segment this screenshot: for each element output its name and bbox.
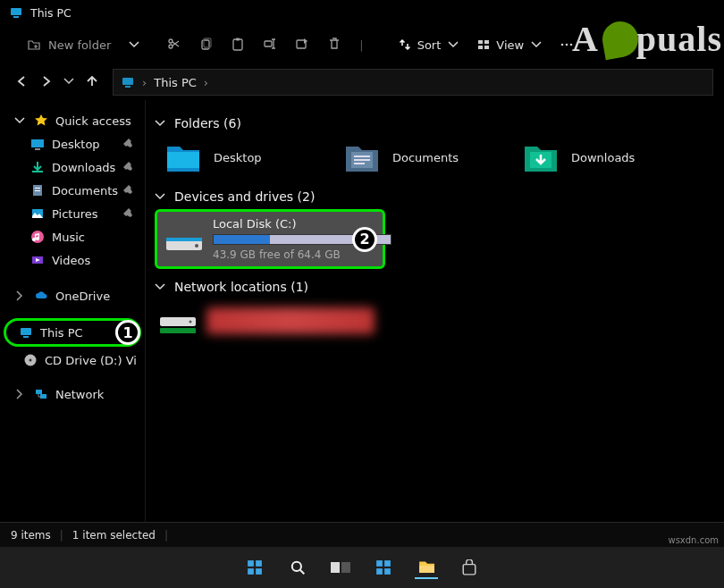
- start-button[interactable]: [243, 556, 266, 579]
- sidebar-label: This PC: [40, 326, 83, 340]
- sidebar-item-documents[interactable]: Documents: [0, 179, 145, 202]
- taskbar-taskview[interactable]: [329, 556, 352, 579]
- sidebar-item-music[interactable]: Music: [0, 225, 145, 248]
- sidebar-label: Quick access: [55, 114, 131, 128]
- watermark-letter: A: [572, 18, 599, 60]
- status-items: 9 items: [11, 529, 51, 542]
- sidebar-cd-drive[interactable]: CD Drive (D:) Virtual: [0, 349, 145, 372]
- sidebar-item-label: Documents: [52, 184, 118, 197]
- pin-icon: [122, 160, 136, 174]
- chevron-down-icon: [446, 38, 460, 52]
- taskbar-search[interactable]: [286, 556, 309, 579]
- sidebar-item-desktop[interactable]: Desktop: [0, 132, 145, 155]
- svg-rect-52: [384, 568, 391, 575]
- chevron-down-icon: [127, 38, 141, 52]
- sidebar-label: OneDrive: [55, 290, 110, 303]
- cloud-icon: [34, 289, 48, 303]
- watermark-brand: A puals: [572, 18, 722, 60]
- music-icon: [30, 230, 45, 244]
- sidebar: Quick access Desktop Downloads Documents…: [0, 100, 146, 522]
- drive-tile-local-c[interactable]: Local Disk (C:) 43.9 GB free of 64.4 GB …: [155, 209, 385, 269]
- address-bar[interactable]: › This PC ›: [113, 69, 713, 96]
- rename-icon[interactable]: [263, 37, 279, 53]
- sidebar-item-label: Videos: [52, 254, 90, 267]
- chevron-down-icon: [13, 113, 27, 128]
- chevron-down-icon: [62, 74, 76, 88]
- this-pc-icon: [9, 5, 23, 20]
- chevron-right-icon: [13, 387, 27, 401]
- chevron-down-icon: [153, 189, 167, 204]
- svg-rect-47: [331, 562, 340, 573]
- view-icon: [476, 38, 491, 52]
- annotation-badge-2: 2: [352, 227, 377, 252]
- svg-rect-46: [40, 394, 46, 399]
- pictures-icon: [30, 206, 45, 221]
- cut-icon[interactable]: [166, 37, 182, 53]
- folder-name: Downloads: [571, 151, 635, 164]
- taskbar-widgets[interactable]: [372, 556, 395, 579]
- sidebar-label: CD Drive (D:) Virtual: [45, 354, 138, 367]
- new-folder-icon: [27, 38, 41, 52]
- explorer-icon: [418, 558, 434, 574]
- chevron-down-icon: [153, 116, 167, 130]
- taskbar-store[interactable]: [458, 556, 481, 579]
- svg-rect-36: [35, 148, 40, 150]
- svg-rect-49: [376, 560, 383, 567]
- view-button[interactable]: View: [476, 38, 543, 52]
- sidebar-this-pc[interactable]: This PC 1: [4, 318, 141, 347]
- document-icon: [30, 183, 45, 197]
- sidebar-onedrive[interactable]: OneDrive: [0, 284, 145, 307]
- history-button[interactable]: [57, 74, 80, 91]
- toolbar-separator: |: [359, 38, 363, 52]
- videos-icon: [30, 253, 45, 267]
- content-pane: Folders (6) Desktop Documents Downloads …: [146, 100, 724, 522]
- delete-icon[interactable]: [327, 37, 343, 53]
- section-devices-header[interactable]: Devices and drives (2): [151, 186, 720, 207]
- chevron-down-icon: [529, 38, 543, 52]
- folder-icon: [523, 139, 559, 175]
- watermark-logo-icon: [600, 18, 641, 59]
- new-folder-button[interactable]: New folder: [18, 34, 150, 55]
- disc-icon: [23, 353, 38, 367]
- paste-icon[interactable]: [231, 37, 247, 53]
- share-icon[interactable]: [295, 37, 311, 53]
- sort-icon: [398, 38, 412, 52]
- status-divider: |: [164, 529, 168, 542]
- section-folders-header[interactable]: Folders (6): [151, 113, 720, 134]
- taskbar: [0, 547, 724, 588]
- network-drive-icon: [160, 303, 196, 339]
- sidebar-item-pictures[interactable]: Pictures: [0, 202, 145, 225]
- svg-rect-35: [31, 139, 44, 147]
- sort-button[interactable]: Sort: [398, 38, 461, 52]
- copy-icon[interactable]: [198, 37, 215, 53]
- watermark-letters: puals: [636, 18, 722, 60]
- pin-icon: [122, 183, 136, 197]
- sidebar-item-label: Pictures: [52, 207, 97, 221]
- folder-tile-documents[interactable]: Documents: [335, 138, 487, 177]
- chevron-right-icon: ›: [204, 76, 208, 89]
- sidebar-network[interactable]: Network: [0, 382, 145, 406]
- network-icon: [34, 387, 48, 401]
- forward-button[interactable]: [34, 74, 57, 91]
- breadcrumb[interactable]: This PC: [154, 76, 197, 89]
- sidebar-item-videos[interactable]: Videos: [0, 248, 145, 272]
- svg-rect-48: [341, 562, 350, 573]
- window-title: This PC: [30, 6, 72, 20]
- svg-rect-51: [376, 568, 383, 575]
- chevron-right-icon: ›: [142, 76, 147, 89]
- taskbar-file-explorer[interactable]: [415, 556, 438, 579]
- folder-tile-downloads[interactable]: Downloads: [514, 138, 666, 177]
- sidebar-item-label: Music: [52, 231, 85, 244]
- sidebar-item-label: Desktop: [52, 138, 100, 151]
- up-button[interactable]: [80, 74, 104, 91]
- widgets-icon: [375, 559, 391, 575]
- folder-tile-desktop[interactable]: Desktop: [156, 138, 308, 177]
- sidebar-label: Network: [55, 388, 104, 401]
- folder-grid: Desktop Documents Downloads: [151, 134, 720, 182]
- section-network-label: Network locations (1): [174, 280, 308, 294]
- back-button[interactable]: [11, 74, 34, 91]
- sidebar-quick-access[interactable]: Quick access: [0, 109, 145, 132]
- section-network-header[interactable]: Network locations (1): [151, 276, 720, 298]
- sidebar-item-downloads[interactable]: Downloads: [0, 155, 145, 179]
- network-location-tile[interactable]: [151, 298, 383, 344]
